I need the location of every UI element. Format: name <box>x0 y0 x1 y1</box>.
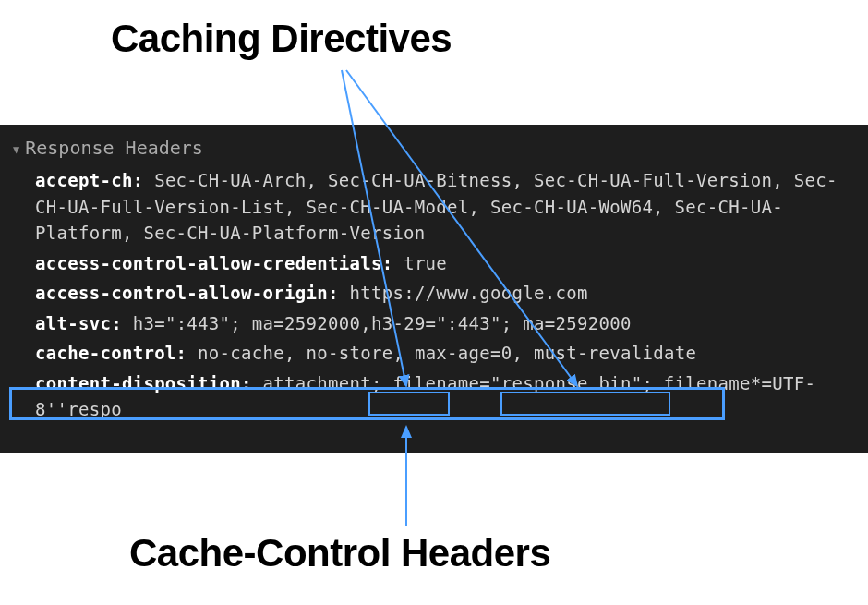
header-accept-ch: accept-ch: Sec-CH-UA-Arch, Sec-CH-UA-Bit… <box>35 167 855 247</box>
header-access-control-allow-credentials: access-control-allow-credentials: true <box>35 250 855 277</box>
header-name: access-control-allow-origin: <box>35 283 339 303</box>
header-name: alt-svc: <box>35 313 122 333</box>
header-access-control-allow-origin: access-control-allow-origin: https://www… <box>35 280 855 307</box>
cache-directive-must-revalidate: must-revalidate <box>534 343 696 363</box>
cache-control-headers-label: Cache-Control Headers <box>129 531 550 575</box>
header-value: true <box>404 253 447 273</box>
header-value: Sec-CH-UA-Arch, Sec-CH-UA-Bitness, Sec-C… <box>35 170 838 243</box>
header-name: accept-ch: <box>35 170 143 190</box>
header-alt-svc: alt-svc: h3=":443"; ma=2592000,h3-29=":4… <box>35 310 855 337</box>
response-headers-section[interactable]: Response Headers <box>9 134 855 162</box>
header-value: h3=":443"; ma=2592000,h3-29=":443"; ma=2… <box>133 313 632 333</box>
header-cache-control: cache-control: no-cache, no-store, max-a… <box>35 340 855 367</box>
header-name: access-control-allow-credentials: <box>35 253 392 273</box>
header-content-disposition: content-disposition: attachment; filenam… <box>35 370 855 423</box>
caching-directives-label: Caching Directives <box>111 17 452 61</box>
cache-directive-max-age: max-age <box>415 343 490 363</box>
headers-list: accept-ch: Sec-CH-UA-Arch, Sec-CH-UA-Bit… <box>9 167 855 423</box>
header-name: content-disposition: <box>35 373 252 393</box>
header-value: no-cache, no-store, max-age=0, must-reva… <box>198 343 696 363</box>
header-value: https://www.google.com <box>349 283 587 303</box>
devtools-headers-panel: Response Headers accept-ch: Sec-CH-UA-Ar… <box>0 125 868 453</box>
header-name: cache-control: <box>35 343 187 363</box>
